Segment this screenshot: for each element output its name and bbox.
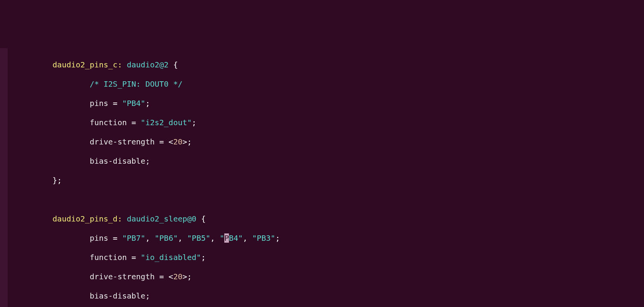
property: function <box>15 253 127 262</box>
text-cursor: P <box>224 233 229 243</box>
code-line[interactable]: drive-strength = <20>; <box>8 272 644 282</box>
node-label: daudio2_pins_c: <box>52 60 122 69</box>
string: "io_disabled" <box>141 253 201 262</box>
code-line[interactable]: pins = "PB7", "PB6", "PB5", "PB4", "PB3"… <box>8 233 644 243</box>
property: drive-strength <box>15 272 155 281</box>
comment: /* I2S_PIN: DOUT0 */ <box>15 79 182 89</box>
number: 20 <box>173 137 182 146</box>
editor-pane-top[interactable]: daudio2_pins_c: daudio2@2 { /* I2S_PIN: … <box>0 48 644 307</box>
property: bias-disable; <box>15 156 150 166</box>
property: drive-strength <box>15 137 155 146</box>
property: pins <box>15 99 108 108</box>
brace-open: { <box>197 214 206 223</box>
property: bias-disable; <box>15 291 150 300</box>
node-name: daudio2_sleep@0 <box>122 214 197 223</box>
code-line[interactable]: drive-strength = <20>; <box>8 137 644 147</box>
code-line[interactable]: bias-disable; <box>8 291 644 301</box>
code-line[interactable]: /* I2S_PIN: DOUT0 */ <box>8 79 644 89</box>
string: "i2s2_dout" <box>141 118 192 127</box>
brace-close: }; <box>15 176 62 185</box>
code-line[interactable]: bias-disable; <box>8 156 644 166</box>
string: "PB4" <box>122 99 145 108</box>
code-line[interactable]: daudio2_pins_c: daudio2@2 { <box>8 60 644 70</box>
code-line[interactable] <box>8 195 644 205</box>
property: pins <box>15 233 108 243</box>
node-name: daudio2@2 <box>122 60 168 69</box>
code-line[interactable]: function = "i2s2_dout"; <box>8 118 644 127</box>
code-line[interactable]: daudio2_pins_d: daudio2_sleep@0 { <box>8 214 644 224</box>
code-line[interactable]: }; <box>8 176 644 185</box>
brace-open: { <box>168 60 178 69</box>
node-label: daudio2_pins_d: <box>15 214 122 223</box>
property: function <box>15 118 127 127</box>
number: 20 <box>173 272 182 281</box>
code-line[interactable]: function = "io_disabled"; <box>8 253 644 262</box>
code-line[interactable]: pins = "PB4"; <box>8 99 644 108</box>
